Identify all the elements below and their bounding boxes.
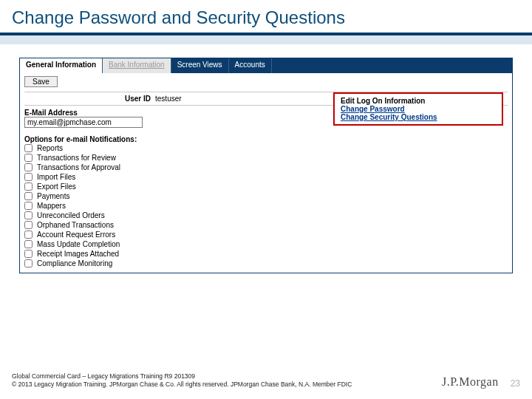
option-row: Export Files [24,182,239,191]
option-row: Unreconciled Orders [24,211,239,220]
option-checkbox[interactable] [24,221,33,229]
option-checkbox[interactable] [24,144,33,152]
logon-box: Edit Log On Information Change Password … [333,92,503,126]
slide: Change Password and Security Questions G… [0,0,532,399]
option-row: Receipt Images Attached [24,249,239,259]
tab-screen-views[interactable]: Screen Views [171,58,229,73]
option-label: Reports [37,144,63,152]
option-row: Orphaned Transactions [24,220,239,230]
footer-text: Global Commercial Card – Legacy Migratio… [12,372,352,389]
panel-inner: Save User ID testuser Name users, test E… [20,73,512,273]
option-checkbox[interactable] [24,163,33,171]
footer-line2: © 2013 Legacy Migration Training. JPMorg… [12,381,352,389]
footer: Global Commercial Card – Legacy Migratio… [0,372,532,389]
options-list: ReportsTransactions for ReviewTransactio… [24,143,239,268]
tab-general-information[interactable]: General Information [20,58,103,73]
option-row: Reports [24,143,239,153]
user-id-value: testuser [155,95,182,103]
option-row: Transactions for Review [24,153,239,163]
option-label: Payments [37,192,69,200]
option-row: Mass Update Completion [24,239,239,249]
change-security-questions-link[interactable]: Change Security Questions [341,113,496,121]
option-checkbox[interactable] [24,173,33,181]
user-id-label: User ID [125,95,151,103]
divider-light [0,35,532,44]
option-row: Transactions for Approval [24,163,239,172]
logon-box-title: Edit Log On Information [341,97,496,105]
option-label: Transactions for Review [37,154,116,162]
tab-row: General Information Bank Information Scr… [20,58,512,73]
option-checkbox[interactable] [24,183,33,191]
option-label: Mass Update Completion [37,240,120,248]
option-label: Import Files [37,173,75,181]
footer-line1: Global Commercial Card – Legacy Migratio… [12,372,352,381]
email-field[interactable] [24,117,143,128]
option-row: Mappers [24,201,239,211]
option-label: Export Files [37,183,76,191]
option-label: Mappers [37,202,66,210]
save-button[interactable]: Save [24,76,58,87]
option-checkbox[interactable] [24,211,33,219]
options-title: Options for e-mail Notifications: [24,135,239,143]
option-label: Receipt Images Attached [37,250,119,258]
change-password-link[interactable]: Change Password [341,105,496,113]
option-checkbox[interactable] [24,202,33,210]
right-column: Edit Log On Information Change Password … [246,109,508,268]
jpmorgan-logo: J.P.Morgan [442,375,499,389]
slide-title: Change Password and Security Questions [12,7,520,28]
tab-bank-information[interactable]: Bank Information [103,58,171,73]
option-checkbox[interactable] [24,259,33,267]
option-row: Compliance Monitoring [24,259,239,268]
option-checkbox[interactable] [24,250,33,258]
option-checkbox[interactable] [24,231,33,239]
option-checkbox[interactable] [24,154,33,162]
slide-title-bar: Change Password and Security Questions [0,0,532,33]
left-column: E-Mail Address Options for e-mail Notifi… [24,109,239,268]
content-area: General Information Bank Information Scr… [0,44,532,273]
option-label: Account Request Errors [37,231,115,239]
option-checkbox[interactable] [24,240,33,248]
option-label: Transactions for Approval [37,163,120,171]
option-row: Import Files [24,172,239,182]
option-row: Account Request Errors [24,230,239,239]
option-label: Compliance Monitoring [37,259,112,267]
option-row: Payments [24,191,239,201]
page-number: 23 [511,378,520,389]
option-label: Unreconciled Orders [37,211,105,219]
mid-columns: E-Mail Address Options for e-mail Notifi… [24,106,508,268]
tab-accounts[interactable]: Accounts [229,58,272,73]
email-label: E-Mail Address [24,109,239,117]
option-label: Orphaned Transactions [37,221,114,229]
option-checkbox[interactable] [24,192,33,200]
app-frame: General Information Bank Information Scr… [19,58,513,273]
